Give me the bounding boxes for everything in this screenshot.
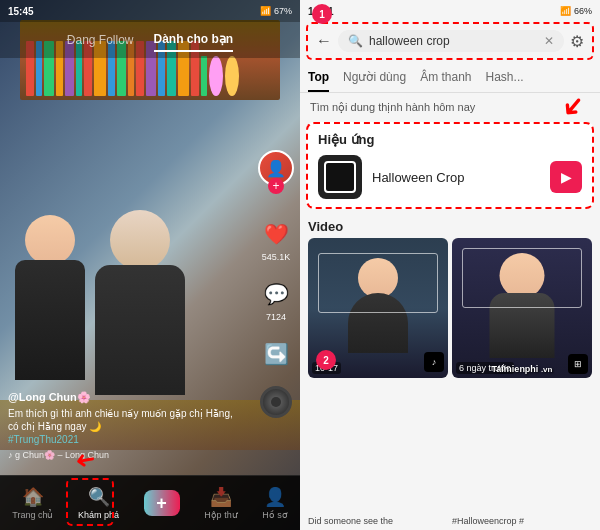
video-grid: 10-17 ♪ 2 6 ngày trước Taimienphi .vn ⊞ <box>300 238 600 512</box>
filter-icon[interactable]: ⚙ <box>570 32 584 51</box>
trending-text: Tìm nội dung thịnh hành hôm nay <box>310 101 475 113</box>
battery-left: 67% <box>274 6 292 16</box>
tab-for-you[interactable]: Dành cho bạn <box>154 28 234 52</box>
nav-search-label: Khám phá <box>78 510 119 520</box>
nav-create[interactable]: + <box>144 490 180 516</box>
effect-thumbnail[interactable] <box>318 155 362 199</box>
follow-plus-button[interactable]: + <box>268 178 284 194</box>
badge-2: 2 <box>316 350 336 370</box>
video-thumb-1[interactable]: 10-17 ♪ 2 <box>308 238 448 378</box>
nav-home-label: Trang chủ <box>12 510 53 520</box>
nav-inbox[interactable]: 📥 Hộp thư <box>204 486 238 520</box>
signal-right-icon: 📶 <box>560 6 571 16</box>
like-count: 545.1K <box>262 252 291 262</box>
nav-inbox-label: Hộp thư <box>204 510 238 520</box>
right-panel: 16:11 📶 66% ← 🔍 halloween crop ✕ ⚙ 1 Top… <box>300 0 600 530</box>
comment-icon[interactable]: 💬 <box>260 278 292 310</box>
search-clear-button[interactable]: ✕ <box>544 34 554 48</box>
comment-count: 7124 <box>266 312 286 322</box>
video-camera-icon: ▶ <box>561 169 572 185</box>
nav-profile-label: Hồ sơ <box>262 510 288 520</box>
nav-search[interactable]: 🔍 Khám phá <box>78 486 119 520</box>
music-text: ♪ g Chun🌸 – Long Chun <box>8 450 240 460</box>
video-label: Video <box>308 219 343 234</box>
search-value[interactable]: halloween crop <box>369 34 538 48</box>
tiktok-logo-1: ♪ <box>424 352 444 372</box>
tab-top[interactable]: Top <box>308 64 329 92</box>
music-disc[interactable] <box>260 386 292 418</box>
video-section-title: Video <box>300 213 600 238</box>
signal-icon: 📶 <box>260 6 271 16</box>
search-icon-nav: 🔍 <box>88 486 110 508</box>
status-bar-left: 15:45 📶 67% <box>0 0 300 22</box>
share-icon[interactable]: ↪️ <box>260 338 292 370</box>
badge-1: 1 <box>312 4 332 24</box>
home-icon: 🏠 <box>22 486 44 508</box>
status-bar-right: 16:11 📶 66% <box>300 0 600 22</box>
right-actions: 👤 + ❤️ 545.1K 💬 7124 ↪️ <box>258 150 294 418</box>
username: @Long Chun🌸 <box>8 391 240 404</box>
hieu-ung-section: Hiệu ứng Halloween Crop ▶ ➜ <box>306 122 594 209</box>
caption-area: @Long Chun🌸 Em thích gì thì anh chiều nấ… <box>8 391 240 460</box>
top-tabs-left: Đang Follow Dành cho bạn <box>0 22 300 58</box>
tabs-right: Top Người dùng Âm thanh Hash... <box>300 64 600 93</box>
nav-profile[interactable]: 👤 Hồ sơ <box>262 486 288 520</box>
tab-hashtag[interactable]: Hash... <box>486 64 524 92</box>
tab-sound[interactable]: Âm thanh <box>420 64 471 92</box>
effect-name: Halloween Crop <box>372 170 540 185</box>
video2-caption: #Halloweencrop # <box>452 516 592 526</box>
status-icons-right: 📶 66% <box>560 6 592 16</box>
video-thumb-2[interactable]: 6 ngày trước Taimienphi .vn ⊞ <box>452 238 592 378</box>
caption-text: Em thích gì thì anh chiều nấy muốn gặp c… <box>8 407 240 433</box>
tab-users[interactable]: Người dùng <box>343 64 406 92</box>
tab-following[interactable]: Đang Follow <box>67 29 134 51</box>
video-captions: Did someone see the #Halloweencrop # <box>300 512 600 530</box>
back-button[interactable]: ← <box>316 32 332 50</box>
profile-icon: 👤 <box>264 486 286 508</box>
status-time-left: 15:45 <box>8 6 34 17</box>
hashtag: #TrungThu2021 <box>8 433 240 446</box>
create-plus-button[interactable]: + <box>144 490 180 516</box>
battery-right: 66% <box>574 6 592 16</box>
search-bar-container: ← 🔍 halloween crop ✕ ⚙ 1 <box>306 22 594 60</box>
inbox-icon: 📥 <box>210 486 232 508</box>
video1-caption: Did someone see the <box>308 516 448 526</box>
search-icon-right: 🔍 <box>348 34 363 48</box>
tiktok-logo-2: ⊞ <box>568 354 588 374</box>
bottom-nav: 🏠 Trang chủ 🔍 Khám phá + 📥 Hộp thư 👤 Hồ … <box>0 475 300 530</box>
search-input-wrapper[interactable]: 🔍 halloween crop ✕ <box>338 30 564 52</box>
nav-home[interactable]: 🏠 Trang chủ <box>12 486 53 520</box>
effect-video-button[interactable]: ▶ <box>550 161 582 193</box>
left-panel: 15:45 📶 67% Đang Follow Dành cho bạn 👤 +… <box>0 0 300 530</box>
like-icon[interactable]: ❤️ <box>260 218 292 250</box>
hieu-ung-title: Hiệu ứng <box>318 132 582 147</box>
effect-item: Halloween Crop ▶ <box>318 155 582 199</box>
